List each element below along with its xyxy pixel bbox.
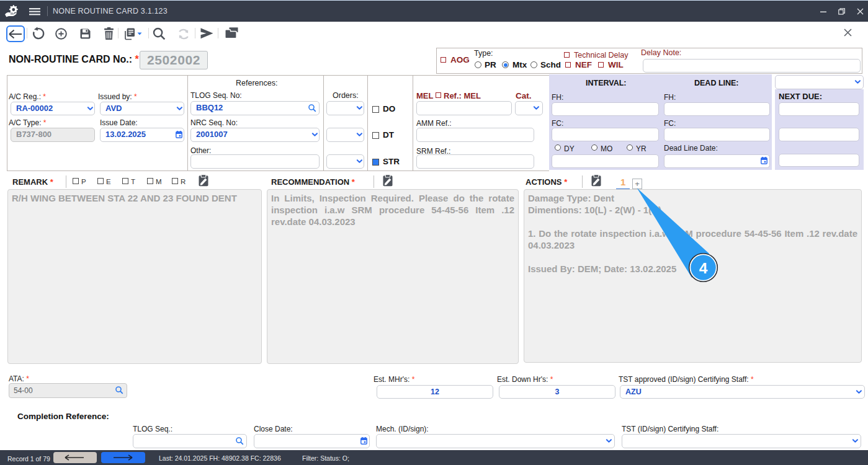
svg-text:4: 4 [699,260,708,277]
